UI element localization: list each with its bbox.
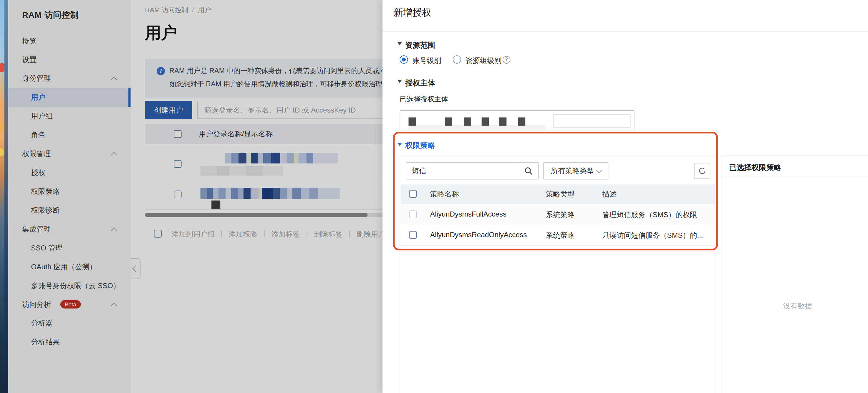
- help-circle-icon[interactable]: ?: [503, 56, 510, 64]
- principal-chip-input[interactable]: [400, 110, 634, 131]
- wallpaper-yellow-blob: [0, 149, 4, 156]
- resource-group-level-radio[interactable]: [453, 55, 461, 64]
- divider: [382, 31, 868, 32]
- blurred-principal-tag: [409, 118, 416, 126]
- caret-down-icon[interactable]: [398, 80, 402, 83]
- modal-backdrop-mask[interactable]: [8, 0, 382, 393]
- blurred-principal-tag: [499, 118, 506, 126]
- blurred-principal-tag: [464, 118, 471, 126]
- screenshot-root: { "colors": { "accent_blue": "#2a68c8", …: [0, 0, 868, 393]
- resource-scope-heading[interactable]: 资源范围: [405, 40, 435, 50]
- principal-heading[interactable]: 授权主体: [405, 78, 435, 88]
- wallpaper-dark-edge: [4, 0, 8, 393]
- account-level-radio[interactable]: [400, 55, 408, 64]
- drawer-title: 新增授权: [394, 6, 431, 19]
- app-window: RAM 访问控制 概览 设置 身份管理 用户 用户组 角色 权限管理 授权 权限…: [0, 0, 868, 393]
- account-level-label[interactable]: 账号级别: [412, 56, 441, 66]
- blurred-principal-tag: [445, 118, 452, 126]
- principal-text-input[interactable]: [553, 114, 630, 128]
- empty-state-text: 没有数据: [721, 301, 868, 311]
- blurred-principal-tag: [409, 125, 546, 130]
- selected-policies-panel: 已选择权限策略 没有数据: [721, 156, 868, 393]
- divider: [721, 177, 868, 177]
- caret-down-icon[interactable]: [398, 42, 402, 46]
- blurred-principal-tag: [482, 118, 489, 126]
- annotation-highlight-box: [393, 132, 718, 250]
- selected-principal-label: 已选择授权主体: [400, 95, 448, 104]
- resource-group-level-label[interactable]: 资源组级别: [465, 56, 501, 66]
- add-authorization-drawer: 新增授权 资源范围 账号级别 资源组级别 ? 授权主体 已选择授权主体 权限策略: [382, 0, 868, 393]
- selected-policies-heading: 已选择权限策略: [729, 163, 781, 173]
- blurred-principal-tag: [518, 118, 525, 126]
